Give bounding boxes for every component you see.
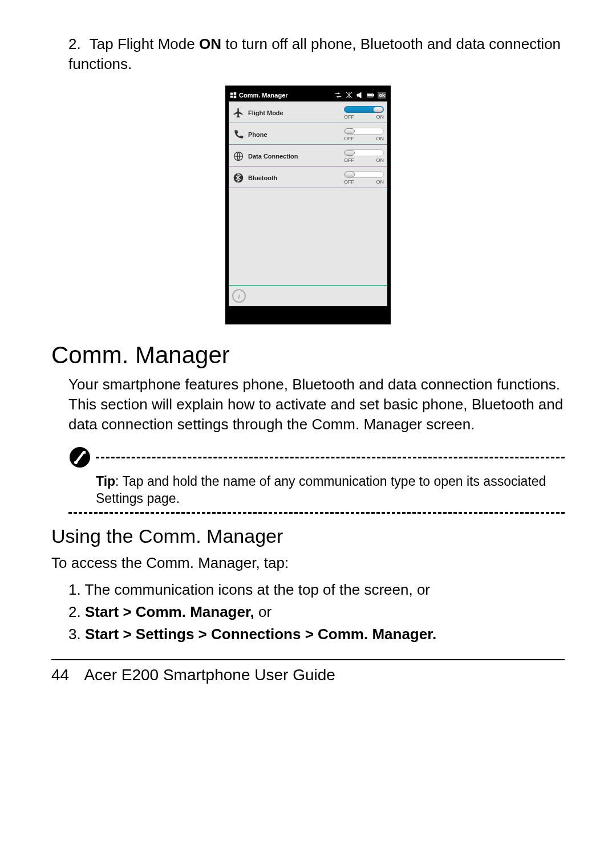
svg-rect-2 — [230, 96, 233, 98]
bottom-bar — [229, 306, 387, 321]
empty-area — [229, 188, 387, 286]
sync-icon — [334, 92, 342, 99]
section-heading: Comm. Manager — [51, 342, 565, 369]
page-footer: 44 Acer E200 Smartphone User Guide — [51, 666, 565, 684]
phone-toggle[interactable]: OFFON — [344, 128, 384, 141]
tip-block: Tip: Tap and hold the name of any commun… — [68, 446, 565, 514]
tip-body: : Tap and hold the name of any communica… — [96, 474, 546, 506]
footer-title: Acer E200 Smartphone User Guide — [84, 666, 335, 684]
step-text-bold: ON — [199, 35, 221, 52]
phone-screenshot: Comm. Manager ok Flight Mode — [225, 86, 391, 324]
row-bluetooth[interactable]: Bluetooth OFFON — [229, 166, 387, 188]
list-item-1: 1. The communication icons at the top of… — [68, 579, 565, 601]
list-item-2: 2. Start > Comm. Manager, or — [68, 601, 565, 623]
volume-icon — [356, 92, 364, 99]
tip-text: Tip: Tap and hold the name of any commun… — [96, 473, 565, 507]
signal-icon — [345, 92, 353, 99]
svg-rect-3 — [234, 96, 237, 99]
step-text-pre: Tap Flight Mode — [90, 35, 199, 52]
ok-button[interactable]: ok — [378, 92, 386, 99]
sub-paragraph: To access the Comm. Manager, tap: — [51, 553, 565, 573]
step-number: 2. — [68, 34, 86, 54]
flight-mode-toggle[interactable]: OFFON — [344, 106, 384, 120]
screenshot-container: Comm. Manager ok Flight Mode — [51, 86, 565, 324]
globe-icon — [232, 150, 245, 163]
bluetooth-toggle[interactable]: OFFON — [344, 171, 384, 185]
list-item-3: 3. Start > Settings > Connections > Comm… — [68, 623, 565, 645]
comm-rows: Flight Mode OFFON Phone OFFON — [229, 101, 387, 306]
row-label: Data Connection — [248, 153, 344, 160]
row-label: Phone — [248, 131, 344, 138]
row-data-connection[interactable]: Data Connection OFFON — [229, 145, 387, 166]
row-flight-mode[interactable]: Flight Mode OFFON — [229, 101, 387, 123]
svg-rect-1 — [234, 92, 237, 95]
svg-rect-6 — [373, 95, 374, 96]
airplane-icon — [232, 107, 245, 119]
titlebar: Comm. Manager ok — [229, 89, 387, 101]
page-number: 44 — [51, 666, 69, 684]
phone-icon — [232, 128, 245, 141]
tip-label: Tip — [96, 474, 115, 489]
dash-rule-top — [96, 457, 565, 458]
bluetooth-icon — [232, 172, 245, 184]
start-icon — [230, 92, 237, 99]
instruction-step-2: 2. Tap Flight Mode ON to turn off all ph… — [68, 34, 565, 74]
svg-rect-5 — [368, 95, 372, 96]
svg-rect-0 — [230, 93, 233, 95]
sub-heading: Using the Comm. Manager — [51, 525, 565, 547]
titlebar-title: Comm. Manager — [239, 92, 288, 99]
section-paragraph: Your smartphone features phone, Bluetoot… — [68, 375, 565, 434]
tip-icon — [68, 446, 91, 469]
row-label: Bluetooth — [248, 174, 344, 181]
row-label: Flight Mode — [248, 109, 344, 116]
dash-rule-bottom — [68, 512, 565, 514]
info-icon: i — [232, 289, 246, 303]
info-row[interactable]: i — [229, 286, 387, 306]
data-connection-toggle[interactable]: OFFON — [344, 149, 384, 163]
battery-icon — [367, 92, 375, 99]
row-phone[interactable]: Phone OFFON — [229, 123, 387, 145]
svg-point-10 — [74, 461, 78, 464]
footer-rule — [51, 659, 565, 660]
